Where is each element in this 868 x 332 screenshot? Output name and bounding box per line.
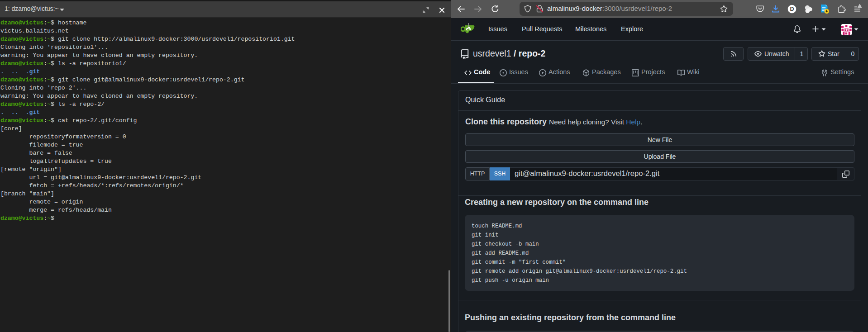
svg-text:D: D [790, 6, 794, 12]
